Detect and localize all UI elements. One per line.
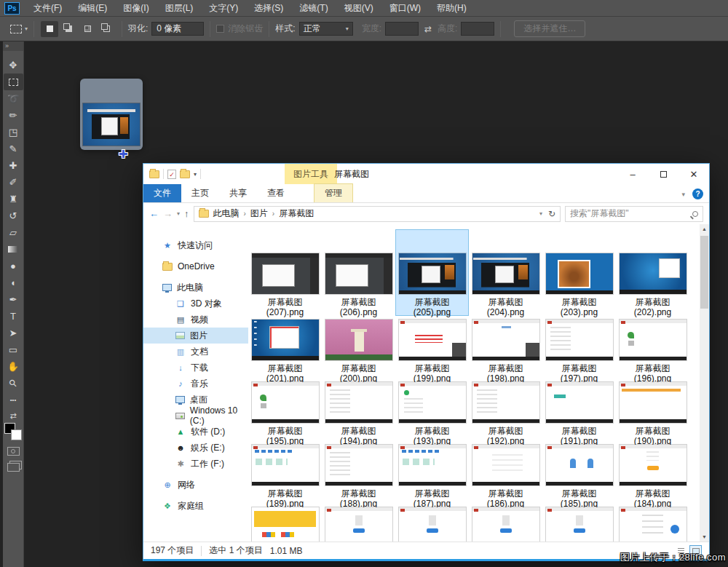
back-button[interactable]: ←: [149, 208, 159, 219]
sidebar-item-3D-对象[interactable]: ❑3D 对象: [143, 296, 248, 312]
folder-icon[interactable]: [149, 170, 159, 178]
height-input[interactable]: [461, 22, 494, 36]
tab-文件[interactable]: 文件: [143, 184, 181, 202]
swap-dimensions-icon[interactable]: ⇄: [424, 24, 432, 34]
sidebar-item-工作-(F:)[interactable]: ✱工作 (F:): [143, 456, 248, 472]
screen-mode-button[interactable]: [7, 463, 20, 472]
type-tool[interactable]: T: [4, 308, 23, 325]
sidebar-item-娱乐-(E:)[interactable]: ☻娱乐 (E:): [143, 440, 248, 456]
menu-item-T[interactable]: 滤镜(T): [291, 0, 336, 17]
move-tool[interactable]: ✥: [4, 57, 23, 74]
sidebar-item-Windows-10-(C:)[interactable]: Windows 10 (C:): [143, 408, 248, 424]
file-item-190png[interactable]: 屏幕截图(190).png: [616, 378, 689, 441]
breadcrumb-item-0[interactable]: 此电脑: [213, 207, 240, 220]
search-input[interactable]: 搜索"屏幕截图": [565, 206, 703, 222]
width-input[interactable]: [385, 22, 419, 36]
file-item-198png[interactable]: 屏幕截图(198).png: [469, 316, 542, 378]
menu-item-V[interactable]: 视图(V): [336, 0, 381, 17]
file-item[interactable]: [248, 504, 322, 542]
brush-tool[interactable]: ✐: [4, 174, 23, 191]
breadcrumb[interactable]: 此电脑›图片›屏幕截图 ▾ ↻: [194, 206, 561, 222]
quick-mask-button[interactable]: [7, 447, 20, 456]
clone-stamp-tool[interactable]: ♜: [4, 191, 23, 207]
minimize-button[interactable]: –: [617, 164, 648, 184]
scroll-down-icon[interactable]: ▼: [700, 532, 709, 542]
collapse-ribbon-chevron-icon[interactable]: ▾: [681, 191, 685, 198]
tool-preset-picker[interactable]: ▾: [10, 25, 28, 33]
sidebar-item-家庭组[interactable]: ❖家庭组: [143, 498, 248, 514]
file-item-187png[interactable]: 屏幕截图(187).png: [395, 441, 469, 504]
tab-管理[interactable]: 管理: [314, 183, 353, 202]
new-selection-button[interactable]: [41, 21, 58, 37]
color-swatches[interactable]: [4, 423, 22, 440]
rectangular-marquee-tool[interactable]: [4, 74, 23, 90]
gradient-tool[interactable]: [4, 241, 23, 258]
subtract-selection-button[interactable]: [79, 21, 96, 37]
menu-item-E[interactable]: 编辑(E): [70, 0, 115, 17]
file-item-191png[interactable]: 屏幕截图(191).png: [542, 378, 616, 441]
file-item-207png[interactable]: 屏幕截图(207).png: [248, 229, 322, 316]
menu-item-Y[interactable]: 文字(Y): [201, 0, 246, 17]
quick-selection-tool[interactable]: ✏: [4, 107, 23, 124]
file-item-205png[interactable]: 屏幕截图(205).png: [395, 229, 469, 316]
history-brush-tool[interactable]: ↺: [4, 207, 23, 224]
sidebar-item-下载[interactable]: ↓下载: [143, 360, 248, 376]
breadcrumb-item-2[interactable]: 屏幕截图: [279, 207, 314, 220]
help-icon[interactable]: ?: [692, 189, 703, 199]
scrollbar[interactable]: ▲ ▼: [700, 224, 709, 542]
menu-item-F[interactable]: 文件(F): [25, 0, 70, 17]
add-to-selection-button[interactable]: [60, 21, 77, 37]
zoom-tool[interactable]: ⚲: [4, 375, 23, 392]
sidebar-item-软件-(D:)[interactable]: ▲软件 (D:): [143, 424, 248, 440]
background-color-swatch[interactable]: [11, 429, 22, 440]
file-item-197png[interactable]: 屏幕截图(197).png: [542, 316, 616, 378]
file-item-189png[interactable]: 屏幕截图(189).png: [248, 441, 322, 504]
address-dropdown-chevron-icon[interactable]: ▾: [539, 210, 542, 217]
properties-check-icon[interactable]: ✓: [167, 170, 176, 179]
file-item-185png[interactable]: 屏幕截图(185).png: [542, 441, 616, 504]
file-item-199png[interactable]: 屏幕截图(199).png: [395, 316, 469, 378]
file-item-196png[interactable]: 屏幕截图(196).png: [616, 316, 689, 378]
swap-colors-icon[interactable]: ⇄: [3, 411, 23, 421]
file-item-195png[interactable]: 屏幕截图(195).png: [248, 378, 322, 441]
select-and-mask-button[interactable]: 选择并遮住…: [514, 20, 585, 37]
file-item-188png[interactable]: 屏幕截图(188).png: [322, 441, 395, 504]
scroll-up-icon[interactable]: ▲: [700, 224, 709, 234]
file-item[interactable]: [395, 504, 469, 542]
toolbar-collapse-icon[interactable]: »: [3, 41, 23, 51]
tab-共享[interactable]: 共享: [219, 184, 257, 202]
pen-tool[interactable]: ✒: [4, 291, 23, 308]
sidebar-item-网络[interactable]: ⊕网络: [143, 477, 248, 493]
antialias-checkbox[interactable]: [216, 25, 224, 33]
path-selection-tool[interactable]: ➤: [4, 325, 23, 341]
refresh-icon[interactable]: ↻: [548, 209, 555, 219]
sidebar-item-OneDrive[interactable]: OneDrive: [143, 258, 248, 274]
maximize-button[interactable]: [648, 164, 678, 184]
up-button[interactable]: ↑: [184, 208, 189, 219]
file-item-203png[interactable]: 屏幕截图(203).png: [542, 229, 616, 316]
dodge-tool[interactable]: ◖: [4, 274, 23, 291]
hand-tool[interactable]: ✋: [4, 358, 23, 375]
feather-input[interactable]: 0 像素: [151, 22, 204, 36]
sidebar-item-此电脑[interactable]: 此电脑: [143, 279, 248, 296]
menu-item-W[interactable]: 窗口(W): [381, 0, 429, 17]
style-select[interactable]: 正常▾: [299, 22, 353, 36]
file-item-192png[interactable]: 屏幕截图(192).png: [469, 378, 542, 441]
recent-locations-chevron-icon[interactable]: ▾: [177, 210, 180, 217]
file-item-202png[interactable]: 屏幕截图(202).png: [616, 229, 689, 316]
eraser-tool[interactable]: ▱: [4, 224, 23, 241]
forward-button[interactable]: →: [163, 208, 173, 219]
intersect-selection-button[interactable]: [98, 21, 115, 37]
edit-toolbar-button[interactable]: •••: [4, 392, 23, 408]
scrollbar-thumb[interactable]: [700, 236, 708, 309]
file-item-200png[interactable]: 屏幕截图(200).png: [322, 316, 395, 378]
crop-tool[interactable]: ◳: [4, 124, 23, 140]
sidebar-item-视频[interactable]: ▤视频: [143, 312, 248, 328]
file-item[interactable]: [322, 504, 395, 542]
eyedropper-tool[interactable]: ✎: [4, 140, 23, 157]
menu-item-I[interactable]: 图像(I): [115, 0, 157, 17]
explorer-titlebar[interactable]: ✓ ▾ 图片工具 屏幕截图 – ✕: [143, 164, 709, 184]
file-item-184png[interactable]: 屏幕截图(184).png: [616, 441, 689, 504]
lasso-tool[interactable]: ➰: [4, 90, 23, 107]
menu-item-L[interactable]: 图层(L): [157, 0, 202, 17]
